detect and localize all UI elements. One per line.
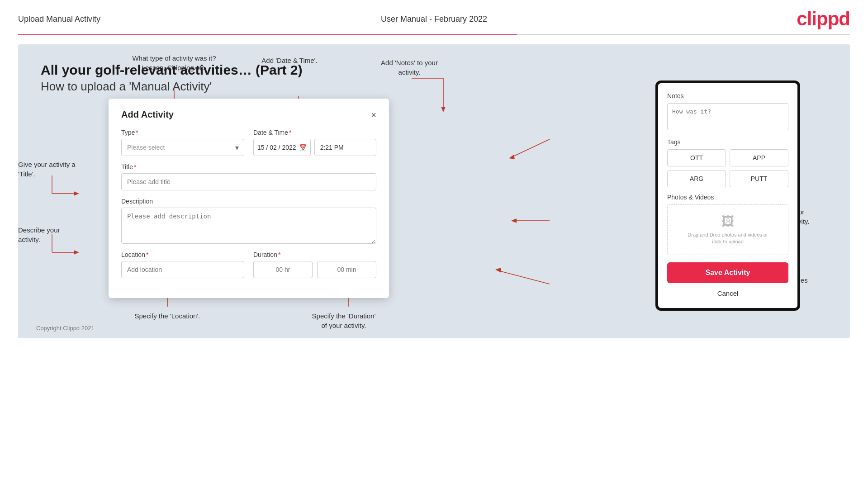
date-group: Date & Time* 15 / 02 / 2022 📅 2:21 PM <box>253 129 376 156</box>
top-bar: Upload Manual Activity User Manual - Feb… <box>0 0 868 34</box>
main-content: All your golf-relevant activities… (Part… <box>18 44 850 338</box>
tag-arg[interactable]: ARG <box>667 170 726 187</box>
date-time-group: 15 / 02 / 2022 📅 2:21 PM <box>253 139 376 156</box>
duration-inputs <box>253 261 376 278</box>
copyright: Copyright Clippd 2021 <box>36 325 95 332</box>
header-divider <box>18 34 850 35</box>
logo: clippd <box>797 8 850 30</box>
svg-marker-11 <box>74 250 79 255</box>
description-textarea[interactable] <box>121 208 376 244</box>
svg-marker-20 <box>441 107 446 112</box>
type-label: Type* <box>121 129 244 136</box>
photo-text: Drag and Drop photos and videos or click… <box>677 232 779 246</box>
notes-textarea[interactable] <box>667 103 788 130</box>
tags-label: Tags <box>667 138 788 146</box>
svg-line-25 <box>498 270 550 284</box>
date-value: 15 / 02 / 2022 <box>257 144 296 151</box>
type-group: Type* Please select <box>121 129 244 156</box>
duration-hr-input[interactable] <box>253 261 313 278</box>
notes-label: Notes <box>667 92 788 99</box>
type-date-row: Type* Please select Date & Time* 15 / <box>121 129 376 156</box>
close-button[interactable]: × <box>371 110 376 119</box>
annotation-notes: Add 'Notes' to your activity. <box>353 58 466 77</box>
svg-marker-22 <box>509 155 515 159</box>
location-group: Location* <box>121 251 244 278</box>
page-title: Upload Manual Activity <box>18 14 100 24</box>
tags-grid: OTT APP ARG PUTT <box>667 149 788 187</box>
svg-line-21 <box>511 139 550 157</box>
duration-min-input[interactable] <box>317 261 376 278</box>
annotation-date-time: Add 'Date & Time'. <box>240 56 339 65</box>
annotation-describe: Describe your activity. <box>18 225 90 244</box>
svg-marker-26 <box>495 268 501 273</box>
photos-label: Photos & Videos <box>667 194 788 201</box>
annotation-duration: Specify the 'Duration' of your activity. <box>280 311 407 330</box>
phone-screen: Notes Tags OTT APP ARG PUTT Photos & Vid… <box>655 81 800 311</box>
save-activity-button[interactable]: Save Activity <box>667 262 788 283</box>
logo-text: clippd <box>797 8 850 29</box>
tag-ott[interactable]: OTT <box>667 149 726 166</box>
type-select[interactable]: Please select <box>121 139 244 156</box>
svg-marker-8 <box>74 191 79 196</box>
tag-putt[interactable]: PUTT <box>730 170 788 187</box>
title-label: Title* <box>121 163 376 171</box>
duration-label: Duration* <box>253 251 376 258</box>
svg-marker-24 <box>511 218 517 223</box>
modal-wrapper: Add Activity × Type* Please select <box>109 99 389 298</box>
type-select-wrapper[interactable]: Please select <box>121 139 244 156</box>
annotation-location: Specify the 'Location'. <box>118 311 217 321</box>
photo-icon: 🖼 <box>677 214 779 229</box>
date-label: Date & Time* <box>253 129 376 136</box>
time-input[interactable]: 2:21 PM <box>314 139 376 156</box>
modal-title: Add Activity <box>121 109 174 120</box>
add-activity-modal: Add Activity × Type* Please select <box>109 99 389 298</box>
cancel-link[interactable]: Cancel <box>667 288 788 299</box>
tag-app[interactable]: APP <box>730 149 788 166</box>
photo-upload-area[interactable]: 🖼 Drag and Drop photos and videos or cli… <box>667 204 788 255</box>
annotation-title: Give your activity a 'Title'. <box>18 160 90 179</box>
location-duration-row: Location* Duration* <box>121 251 376 278</box>
description-label: Description <box>121 198 376 205</box>
title-group: Title* <box>121 163 376 190</box>
calendar-icon[interactable]: 📅 <box>299 144 307 151</box>
title-input[interactable] <box>121 173 376 190</box>
location-input[interactable] <box>121 261 244 278</box>
location-label: Location* <box>121 251 244 258</box>
description-group: Description <box>121 198 376 244</box>
manual-title: User Manual - February 2022 <box>381 14 487 24</box>
right-panel: Notes Tags OTT APP ARG PUTT Photos & Vid… <box>646 81 827 311</box>
date-input[interactable]: 15 / 02 / 2022 📅 <box>253 139 311 156</box>
modal-header: Add Activity × <box>121 109 376 120</box>
duration-group: Duration* <box>253 251 376 278</box>
annotation-activity-type: What type of activity was it? Lesson, Ch… <box>118 53 231 72</box>
